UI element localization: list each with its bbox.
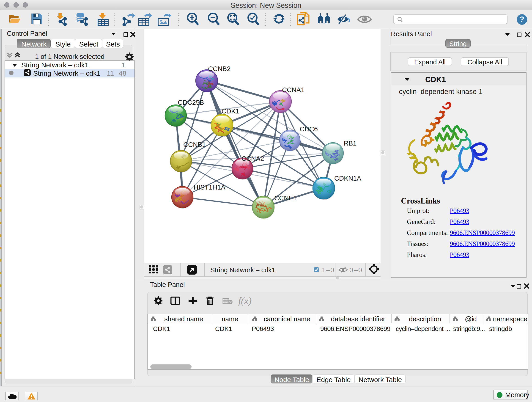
svg-text:RB1: RB1	[344, 140, 356, 147]
svg-text:CDKN1A: CDKN1A	[334, 175, 361, 182]
svg-text:CDK1: CDK1	[222, 108, 239, 115]
svg-text:CCNA2: CCNA2	[241, 155, 264, 162]
svg-text:CCNB2: CCNB2	[208, 65, 230, 72]
svg-text:CCNA1: CCNA1	[282, 86, 304, 94]
svg-text:CDC6: CDC6	[300, 125, 318, 133]
svg-text:CCNE1: CCNE1	[274, 194, 297, 202]
svg-text:CDC25B: CDC25B	[178, 99, 204, 106]
svg-text:CCNB1: CCNB1	[183, 141, 206, 148]
svg-text:HIST1H1A: HIST1H1A	[194, 184, 225, 191]
